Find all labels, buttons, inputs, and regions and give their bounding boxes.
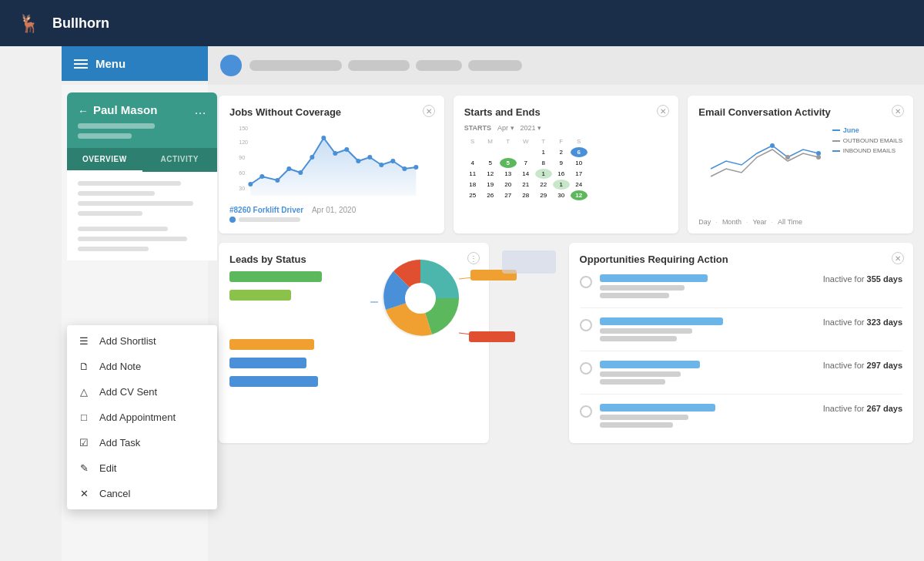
svg-text:120: 120 (239, 139, 248, 145)
pie-chart-area (370, 248, 478, 356)
jobs-widget: Jobs Without Coverage ✕ 150 120 90 60 30 (219, 96, 444, 233)
widget-row-top: Jobs Without Coverage ✕ 150 120 90 60 30 (219, 96, 913, 233)
svg-point-23 (785, 155, 790, 160)
starts-ends-widget: Starts and Ends ✕ STARTS Apr ▾ 2021 ▾ SM… (454, 96, 679, 233)
email-close[interactable]: ✕ (892, 105, 904, 117)
opp-status-2: Inactive for 323 days (823, 317, 902, 327)
leads-widget: Leads by Status ⋮ (219, 243, 489, 443)
jobs-widget-title: Jobs Without Coverage (229, 106, 434, 118)
menu-item-edit[interactable]: ✎ Edit (67, 455, 217, 481)
svg-point-25 (816, 155, 821, 160)
menu-item-add-task[interactable]: ☑ Add Task (67, 430, 217, 455)
svg-rect-31 (469, 331, 515, 342)
leads-content (229, 271, 478, 387)
svg-point-14 (333, 151, 337, 156)
svg-point-22 (770, 143, 775, 148)
svg-point-17 (367, 155, 372, 160)
note-icon: 🗋 (78, 361, 90, 372)
menu-item-add-note[interactable]: 🗋 Add Note (67, 354, 217, 379)
add-cv-label: Add CV Sent (99, 386, 157, 398)
opp-item-2: Inactive for 323 days (580, 317, 902, 351)
profile-name: Paul Mason (93, 103, 189, 116)
task-icon: ☑ (78, 437, 90, 448)
add-appointment-label: Add Appointment (99, 412, 176, 423)
calendar-grid: SMTWTFS 12 6 45 5 78910 11121314 1 1617 … (464, 136, 668, 200)
svg-point-11 (298, 170, 303, 175)
starts-ends-title: Starts and Ends (464, 106, 668, 118)
opps-close[interactable]: ✕ (892, 252, 904, 264)
add-note-label: Add Note (99, 361, 141, 372)
menu-label: Menu (95, 57, 126, 70)
profile-meta (67, 123, 217, 148)
svg-point-10 (286, 166, 291, 171)
app-title: Bullhorn (52, 15, 109, 32)
top-header: 🦌 Bullhorn (0, 0, 924, 46)
calendar-header: STARTS Apr ▾ 2021 ▾ (464, 124, 668, 132)
svg-point-7 (248, 182, 253, 186)
add-task-label: Add Task (99, 437, 140, 448)
leads-bars (229, 271, 363, 387)
email-chart-svg (698, 123, 831, 192)
search-bar[interactable] (249, 60, 522, 71)
svg-text:60: 60 (239, 170, 245, 176)
list-icon: ☰ (78, 335, 90, 347)
jobs-chart-svg: 150 120 90 60 30 (229, 123, 434, 200)
svg-point-16 (356, 159, 360, 163)
menu-item-add-cv[interactable]: △ Add CV Sent (67, 379, 217, 405)
job-date-label: Apr 01, 2020 (312, 206, 356, 214)
bullhorn-logo-icon: 🦌 (15, 9, 43, 37)
edit-icon: ✎ (78, 462, 90, 474)
opp-status-4: Inactive for 267 days (823, 404, 902, 413)
appointment-icon: □ (78, 412, 90, 423)
opp-icon-1[interactable] (580, 276, 592, 288)
svg-point-15 (344, 147, 349, 152)
tab-activity[interactable]: ACTIVITY (142, 148, 218, 172)
job-listing: #8260 Forklift Driver Apr 01, 2020 (229, 206, 434, 223)
email-time-labels: Day · Month · Year · All Time (698, 218, 802, 226)
svg-text:150: 150 (239, 126, 248, 131)
svg-point-19 (390, 159, 395, 163)
svg-point-8 (259, 174, 264, 179)
svg-point-21 (413, 165, 418, 170)
svg-point-20 (402, 166, 407, 171)
back-icon[interactable]: ← (78, 105, 89, 117)
menu-sidebar: Menu (62, 46, 208, 81)
menu-button[interactable]: Menu (62, 46, 208, 81)
email-widget-title: Email Conversation Activity (698, 106, 902, 118)
opp-status-3: Inactive for 297 days (823, 361, 902, 370)
opp-icon-4[interactable] (580, 405, 592, 418)
svg-point-9 (275, 178, 280, 183)
opp-icon-2[interactable] (580, 319, 592, 331)
svg-text:30: 30 (239, 186, 245, 191)
job-title-label: #8260 Forklift Driver (229, 206, 303, 214)
profile-tabs: OVERVIEW ACTIVITY (67, 148, 217, 172)
opp-item-1: Inactive for 355 days (580, 274, 902, 308)
tab-overview[interactable]: OVERVIEW (67, 148, 142, 172)
svg-point-12 (310, 155, 314, 160)
edit-label: Edit (99, 462, 116, 474)
opp-item-3: Inactive for 297 days (580, 361, 902, 395)
opportunities-widget: Opportunities Requiring Action ✕ Inactiv… (569, 243, 913, 443)
svg-point-18 (379, 163, 383, 167)
jobs-close-button[interactable]: ✕ (423, 105, 435, 117)
opp-icon-3[interactable] (580, 362, 592, 375)
widget-row-bottom: Leads by Status ⋮ (219, 243, 913, 443)
profile-body (67, 172, 217, 260)
cv-icon: △ (78, 386, 90, 398)
menu-item-cancel[interactable]: ✕ Cancel (67, 481, 217, 506)
menu-item-add-appointment[interactable]: □ Add Appointment (67, 405, 217, 430)
opp-status-1: Inactive for 355 days (823, 274, 902, 284)
more-options-icon[interactable]: … (194, 103, 206, 117)
svg-text:90: 90 (239, 155, 245, 160)
cancel-label: Cancel (99, 488, 130, 499)
cancel-icon: ✕ (78, 488, 90, 499)
profile-header: ← Paul Mason … (67, 92, 217, 123)
context-menu: ☰ Add Shortlist 🗋 Add Note △ Add CV Sent… (67, 325, 217, 509)
opp-item-4: Inactive for 267 days (580, 404, 902, 428)
search-avatar (220, 55, 242, 76)
email-widget: Email Conversation Activity ✕ June O (688, 96, 913, 233)
search-area (208, 46, 924, 85)
menu-item-add-shortlist[interactable]: ☰ Add Shortlist (67, 328, 217, 354)
profile-card: ← Paul Mason … OVERVIEW ACTIVITY (67, 92, 217, 260)
main-content: Jobs Without Coverage ✕ 150 120 90 60 30 (208, 85, 924, 561)
